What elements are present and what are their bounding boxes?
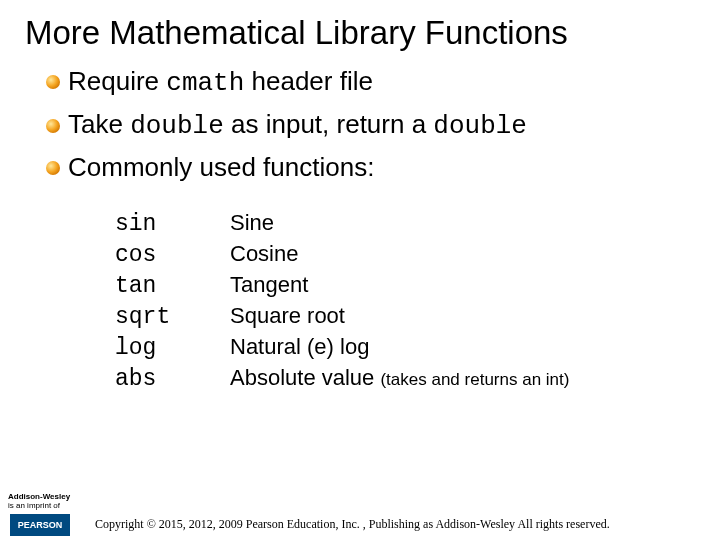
footer: Addison-Wesley is an imprint of PEARSON … — [0, 484, 720, 540]
function-name: sin — [115, 210, 230, 240]
bullet-item: Commonly used functions: — [44, 150, 720, 185]
function-name: cos — [115, 241, 230, 271]
bullet-text: Commonly used functions: — [68, 150, 374, 185]
bullet-icon — [44, 73, 62, 91]
function-name: sqrt — [115, 303, 230, 333]
functions-table: sin Sine cos Cosine tan Tangent sqrt Squ… — [0, 191, 720, 394]
text-suffix: header file — [244, 66, 373, 96]
svg-point-1 — [46, 119, 60, 133]
function-desc: Natural (e) log — [230, 333, 369, 362]
text-prefix: Take — [68, 109, 130, 139]
code-text: cmath — [166, 68, 244, 98]
table-row: sqrt Square root — [115, 302, 720, 333]
bullet-icon — [44, 159, 62, 177]
table-row: cos Cosine — [115, 240, 720, 271]
code-text: double — [433, 111, 527, 141]
function-desc: Square root — [230, 302, 345, 331]
bullet-icon — [44, 117, 62, 135]
bullet-list: Require cmath header file Take double as… — [0, 60, 720, 185]
table-row: sin Sine — [115, 209, 720, 240]
function-name: abs — [115, 365, 230, 395]
imprint-text: Addison-Wesley is an imprint of — [8, 493, 70, 510]
function-desc: Sine — [230, 209, 274, 238]
svg-point-2 — [46, 161, 60, 175]
bullet-text: Take double as input, return a double — [68, 107, 527, 144]
copyright-text: Copyright © 2015, 2012, 2009 Pearson Edu… — [95, 517, 610, 532]
bullet-text: Require cmath header file — [68, 64, 373, 101]
text-mid: as input, return a — [224, 109, 434, 139]
table-row: log Natural (e) log — [115, 333, 720, 364]
function-desc: Absolute value (takes and returns an int… — [230, 364, 569, 393]
table-row: tan Tangent — [115, 271, 720, 302]
function-desc: Tangent — [230, 271, 308, 300]
bullet-item: Take double as input, return a double — [44, 107, 720, 144]
bullet-item: Require cmath header file — [44, 64, 720, 101]
function-desc-text: Absolute value — [230, 365, 380, 390]
function-desc: Cosine — [230, 240, 298, 269]
code-text: double — [130, 111, 224, 141]
slide-title: More Mathematical Library Functions — [0, 0, 720, 60]
function-name: tan — [115, 272, 230, 302]
function-name: log — [115, 334, 230, 364]
imprint-line2: is an imprint of — [8, 501, 60, 510]
text-prefix: Require — [68, 66, 166, 96]
publisher-logo: PEARSON — [10, 514, 70, 536]
table-row: abs Absolute value (takes and returns an… — [115, 364, 720, 395]
function-note: (takes and returns an int) — [380, 370, 569, 389]
svg-point-0 — [46, 75, 60, 89]
